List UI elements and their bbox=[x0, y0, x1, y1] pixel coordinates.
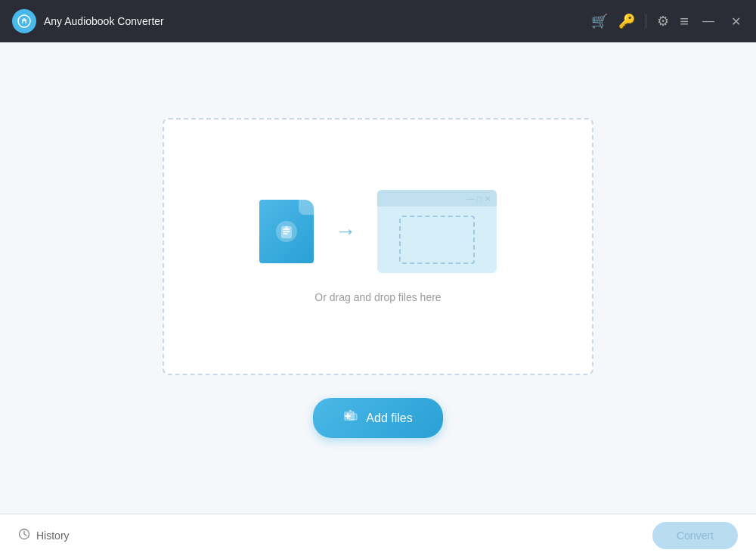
app-logo bbox=[12, 9, 36, 33]
add-files-label: Add files bbox=[366, 412, 412, 425]
add-files-button[interactable]: Add files bbox=[313, 398, 442, 438]
convert-label: Convert bbox=[677, 530, 714, 542]
book-file-icon bbox=[259, 200, 314, 263]
history-icon bbox=[18, 528, 30, 543]
window-illustration: — □ ✕ bbox=[377, 190, 497, 273]
svg-rect-4 bbox=[349, 414, 357, 420]
main-content: → — □ ✕ Or drag and drop files here bbox=[0, 42, 756, 514]
convert-button[interactable]: Convert bbox=[652, 522, 738, 549]
minimize-button[interactable]: — bbox=[699, 13, 717, 30]
mini-window-body bbox=[377, 207, 497, 273]
title-bar-controls: 🛒 🔑 ⚙ ≡ — ✕ bbox=[591, 13, 744, 30]
svg-rect-1 bbox=[23, 21, 26, 23]
app-title: Any Audiobook Converter bbox=[44, 15, 164, 27]
drop-illustration: → — □ ✕ bbox=[259, 190, 497, 273]
book-icon bbox=[273, 218, 300, 245]
mini-drop-area bbox=[399, 216, 475, 264]
mini-title-bar: — □ ✕ bbox=[377, 190, 497, 207]
history-label: History bbox=[36, 530, 70, 542]
title-bar-left: Any Audiobook Converter bbox=[12, 9, 591, 33]
menu-icon[interactable]: ≡ bbox=[680, 13, 689, 30]
settings-icon[interactable]: ⚙ bbox=[657, 13, 669, 30]
title-divider bbox=[646, 14, 646, 29]
add-files-icon bbox=[343, 408, 358, 427]
book-file-body bbox=[259, 200, 314, 263]
drop-zone[interactable]: → — □ ✕ Or drag and drop files here bbox=[163, 118, 593, 375]
cart-icon[interactable]: 🛒 bbox=[591, 13, 608, 30]
close-button[interactable]: ✕ bbox=[728, 13, 744, 30]
title-bar: Any Audiobook Converter 🛒 🔑 ⚙ ≡ — ✕ bbox=[0, 0, 756, 42]
history-button[interactable]: History bbox=[18, 528, 70, 543]
bottom-bar: History Convert bbox=[0, 514, 756, 556]
book-file-corner bbox=[299, 200, 314, 215]
drag-drop-text: Or drag and drop files here bbox=[314, 291, 441, 303]
key-icon[interactable]: 🔑 bbox=[618, 13, 635, 30]
arrow-icon: → bbox=[335, 219, 356, 244]
